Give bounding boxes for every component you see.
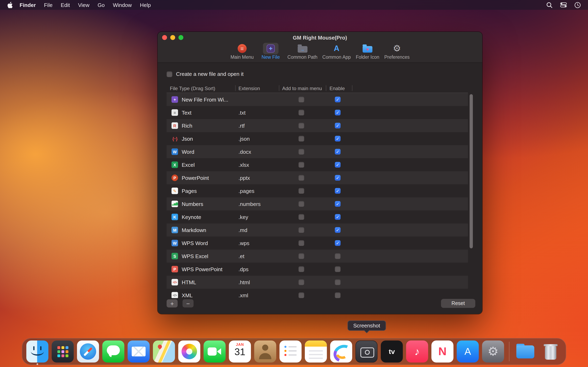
table-row-keynote[interactable]: KKeynote.key [167,210,468,224]
dock-item-appstore[interactable]: A [457,341,479,363]
dock-item-screenshot[interactable] [355,341,378,363]
dock-item-appletv[interactable]: tv [381,341,403,363]
dock-item-launchpad[interactable] [52,341,74,363]
dock-tooltip: Screenshot [347,320,386,331]
menu-file[interactable]: File [40,0,57,10]
table-row-new-file-from-wi[interactable]: +New File From Wi... [167,93,468,106]
add-to-main-menu-checkbox[interactable] [298,110,304,115]
add-to-main-menu-checkbox[interactable] [298,149,304,155]
tab-common-app[interactable]: Common App [322,43,351,59]
apple-menu-icon[interactable] [4,2,16,8]
enable-checkbox[interactable] [335,97,341,102]
table-row-numbers[interactable]: ▂▅▇Numbers.numbers [167,197,468,210]
dock-item-settings[interactable]: ⚙ [482,341,504,363]
search-icon[interactable] [546,2,553,8]
add-to-main-menu-checkbox[interactable] [298,227,304,233]
add-to-main-menu-checkbox[interactable] [298,97,304,102]
add-to-main-menu-checkbox[interactable] [298,162,304,167]
menu-app-name[interactable]: Finder [16,0,40,10]
enable-checkbox[interactable] [335,136,341,142]
enable-checkbox[interactable] [335,162,341,167]
table-row-excel[interactable]: XExcel.xlsx [167,158,468,171]
table-row-rich[interactable]: RRich.rtf [167,119,468,132]
table-scrollbar[interactable] [470,93,473,298]
add-to-main-menu-checkbox[interactable] [298,214,304,220]
tab-folder-icon[interactable]: Folder Icon [356,43,379,59]
table-row-word[interactable]: WWord.docx [167,145,468,158]
dock-item-maps[interactable] [153,341,175,363]
dock-item-messages[interactable] [102,341,124,363]
add-to-main-menu-checkbox[interactable] [298,201,304,207]
table-row-wps-excel[interactable]: SWPS Excel.et [167,250,468,263]
menu-window[interactable]: Window [109,0,136,10]
dock-item-calendar[interactable]: JAN31 [229,341,251,363]
enable-checkbox[interactable] [335,123,341,128]
table-row-pages[interactable]: ✎Pages.pages [167,184,468,197]
dock-item-finder[interactable] [26,341,48,363]
reset-button[interactable]: Reset [441,299,475,308]
menu-help[interactable]: Help [136,0,155,10]
dock-item-downloads[interactable] [514,341,536,363]
table-row-powerpoint[interactable]: PPowerPoint.pptx [167,171,468,184]
table-row-wps-powerpoint[interactable]: PWPS PowerPoint.dps [167,263,468,276]
add-to-main-menu-checkbox[interactable] [298,240,304,246]
dock-item-freeform[interactable] [330,341,352,363]
tab-preferences[interactable]: Preferences [384,43,410,59]
control-center-icon[interactable] [560,2,567,7]
add-to-main-menu-checkbox[interactable] [298,136,304,142]
add-to-main-menu-checkbox[interactable] [298,123,304,128]
enable-checkbox[interactable] [335,214,341,220]
dock-item-facetime[interactable] [204,341,226,363]
tab-icon-box [329,43,345,54]
dock-item-reminders[interactable] [279,341,302,363]
table-row-html[interactable]: </>HTML.html [167,276,468,289]
appletv-glyph: tv [389,348,395,355]
dock-item-contacts[interactable] [254,341,276,363]
clock-icon[interactable] [575,2,581,8]
add-file-type-button[interactable]: + [167,299,178,308]
create-file-checkbox[interactable] [167,71,172,77]
file-type-name: Excel [182,158,195,171]
add-to-main-menu-checkbox[interactable] [298,292,304,298]
tab-new-file[interactable]: New File [259,43,283,59]
tab-common-path[interactable]: Common Path [287,43,318,59]
dock-item-trash[interactable] [540,341,562,363]
enable-checkbox[interactable] [335,253,341,259]
add-to-main-menu-checkbox[interactable] [298,188,304,194]
enable-checkbox[interactable] [335,292,341,298]
excel-file-icon: X [172,161,178,168]
dock-item-notes[interactable] [305,341,327,363]
enable-checkbox[interactable] [335,266,341,272]
dock-item-news[interactable]: N [432,341,453,363]
enable-checkbox[interactable] [335,110,341,115]
file-extension: .et [238,250,244,263]
add-to-main-menu-checkbox[interactable] [298,266,304,272]
enable-checkbox[interactable] [335,188,341,194]
table-row-wps-word[interactable]: WWPS Word.wps [167,236,468,250]
remove-file-type-button[interactable]: − [182,299,194,308]
tab-main-menu[interactable]: Main Menu [230,43,254,59]
add-to-main-menu-checkbox[interactable] [298,279,304,285]
enable-checkbox[interactable] [335,175,341,181]
dock-item-safari[interactable] [77,341,99,363]
dock-item-mail[interactable] [128,341,150,363]
menu-go[interactable]: Go [94,0,109,10]
enable-checkbox[interactable] [335,201,341,207]
table-row-text[interactable]: ≡Text.txt [167,106,468,119]
add-to-main-menu-checkbox[interactable] [298,175,304,181]
enable-checkbox[interactable] [335,240,341,246]
enable-checkbox[interactable] [335,227,341,233]
dock-item-music[interactable]: ♪ [406,341,428,363]
table-row-markdown[interactable]: MMarkdown.md [167,224,468,236]
wps-word-file-icon: W [172,240,178,246]
table-row-xml[interactable]: </>XML.xml [167,289,468,298]
enable-checkbox[interactable] [335,149,341,155]
dock-item-photos[interactable] [178,341,200,363]
menu-edit[interactable]: Edit [57,0,74,10]
enable-checkbox[interactable] [335,279,341,285]
scrollbar-thumb[interactable] [470,94,473,248]
html-file-icon: </> [172,279,178,285]
menu-view[interactable]: View [74,0,94,10]
add-to-main-menu-checkbox[interactable] [298,253,304,259]
table-row-json[interactable]: {··}Json.json [167,132,468,145]
